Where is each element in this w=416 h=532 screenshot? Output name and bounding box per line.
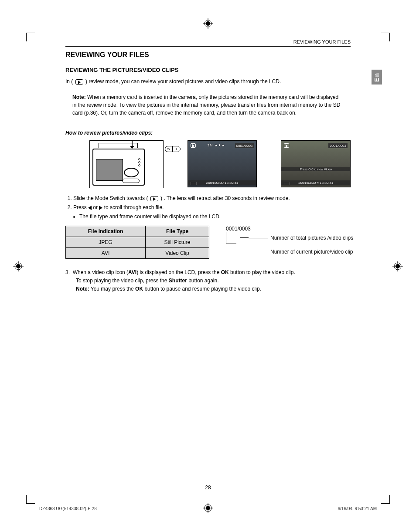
- table-header: File Type: [146, 226, 209, 237]
- counter-label-total: Number of total pictures /video clips: [270, 235, 353, 241]
- lcd-preview-photo: 3M ★★★ 0001/0003 2004:03:30 13:30:41: [188, 140, 257, 187]
- page-title: REVIEWING YOUR FILES: [65, 51, 351, 59]
- counter-label-current: Number of current picture/video clip: [270, 249, 353, 255]
- step-1: Slide the Mode Switch towards ( ) . The …: [73, 194, 351, 203]
- counter-diagram: 0001/0003 Number of total pictures /vide…: [222, 226, 351, 261]
- page-number: 28: [205, 485, 211, 491]
- step-3: 3. When a video clip icon (AVI) is displ…: [65, 268, 351, 294]
- camera-diagram: WT: [89, 140, 164, 188]
- file-type-table: File Indication File Type JPEG Still Pic…: [65, 226, 209, 259]
- play-icon: [284, 143, 289, 148]
- images-row: WT 3M ★★★ 0001/0003 2004:03:30 13:30:41 …: [89, 140, 351, 188]
- play-icon: [150, 196, 158, 201]
- crop-mark: [26, 495, 35, 504]
- crop-mark: [381, 495, 390, 504]
- counter-value: 0001/0003: [226, 226, 251, 232]
- howto-heading: How to review pictures/video clips:: [65, 130, 351, 136]
- intro-text: In ( ) review mode, you can review your …: [65, 78, 351, 85]
- table-row: AVI Video Clip: [66, 247, 209, 258]
- play-icon: [191, 143, 196, 148]
- frame-counter: 0001/0003: [235, 143, 254, 148]
- footer-left: DZ4363 UG(514338-02)-E 28: [39, 506, 97, 511]
- note-text: When a memory card is inserted in the ca…: [72, 94, 340, 116]
- step-2-bullet: The file type and frame counter will be …: [79, 213, 351, 221]
- frame-counter: 0001/0003: [328, 143, 348, 148]
- datetime-label: 2004:03:30 13:30:41: [188, 180, 257, 185]
- table-row: JPEG Still Picture: [66, 237, 209, 247]
- left-arrow-icon: [88, 206, 92, 210]
- section-subtitle: REVIEWING THE PICTURES/VIDEO CLIPS: [65, 67, 351, 73]
- lcd-preview-video: 0001/0003 Press OK to view Video 2004:03…: [281, 140, 351, 187]
- press-ok-label: Press OK to view Video: [281, 167, 350, 171]
- note-box: Note: When a memory card is inserted in …: [65, 90, 351, 120]
- play-icon: [75, 79, 83, 85]
- table-header: File Indication: [66, 226, 146, 237]
- step-2: Press or to scroll through each file. Th…: [73, 203, 351, 221]
- datetime-label: 2004:03:30 ≈ 13:30:41: [281, 180, 350, 185]
- steps-list: Slide the Mode Switch towards ( ) . The …: [73, 194, 351, 221]
- running-header: REVIEWING YOUR FILES: [65, 39, 351, 44]
- quality-stars: 3M ★★★: [208, 143, 225, 147]
- header-rule: [65, 46, 351, 47]
- note-label: Note:: [72, 94, 86, 100]
- zoom-slider-icon: WT: [165, 146, 181, 152]
- footer: DZ4363 UG(514338-02)-E 28 6/16/04, 9:53:…: [39, 506, 377, 511]
- footer-right: 6/16/04, 9:53:21 AM: [338, 506, 377, 511]
